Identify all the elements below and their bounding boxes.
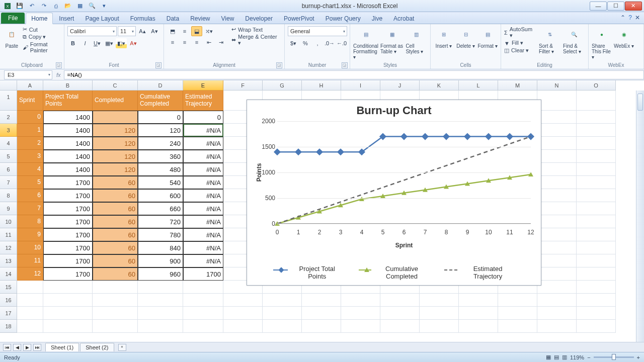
cell-O10[interactable]: [577, 215, 616, 228]
shrink-font-button[interactable]: A▾: [149, 26, 160, 36]
cell-I16[interactable]: [341, 294, 380, 307]
col-header-K[interactable]: K: [420, 80, 459, 90]
cell-C5[interactable]: 120: [93, 150, 138, 163]
cell-C6[interactable]: 120: [93, 163, 138, 176]
cell-D4[interactable]: 240: [138, 137, 183, 150]
tab-insert[interactable]: Insert: [54, 13, 79, 24]
qat-redo-icon[interactable]: ↷: [38, 2, 49, 11]
qat-new-icon[interactable]: ▦: [74, 2, 86, 11]
qat-customize-icon[interactable]: ▾: [99, 2, 110, 11]
decrease-indent-button[interactable]: ⇤: [203, 37, 214, 47]
cell-B9[interactable]: 1700: [43, 202, 93, 215]
cell-A4[interactable]: 2: [17, 137, 43, 150]
cell-O8[interactable]: [577, 189, 616, 202]
tab-formulas[interactable]: Formulas: [125, 13, 160, 24]
cell-L17[interactable]: [459, 307, 498, 320]
sheet-nav-first[interactable]: ⏮: [3, 344, 11, 351]
cell-D16[interactable]: [138, 294, 183, 307]
cell-C17[interactable]: [93, 307, 138, 320]
row-header-7[interactable]: 7: [0, 176, 17, 189]
cell-N15[interactable]: [537, 281, 577, 294]
qat-open-icon[interactable]: 📂: [62, 2, 73, 11]
close-button[interactable]: ✕: [625, 2, 642, 11]
cell-A7[interactable]: 5: [17, 176, 43, 189]
number-launcher-icon[interactable]: ◲: [342, 62, 348, 68]
cell-B6[interactable]: 1400: [43, 163, 93, 176]
cell-D18[interactable]: [138, 320, 183, 333]
qat-preview-icon[interactable]: 🔍: [87, 2, 98, 11]
row-header-16[interactable]: 16: [0, 294, 17, 307]
autosum-button[interactable]: ΣAutoSum ▾: [504, 26, 537, 39]
accounting-button[interactable]: $▾: [288, 38, 299, 48]
cell-O1[interactable]: [577, 90, 616, 111]
format-as-table-button[interactable]: ▦Format as Table ▾: [380, 26, 404, 54]
cell-A2[interactable]: 0: [17, 111, 43, 124]
cell-I17[interactable]: [341, 307, 380, 320]
cell-C11[interactable]: 60: [93, 228, 138, 241]
cell-C13[interactable]: 60: [93, 254, 138, 267]
minimize-button[interactable]: —: [590, 2, 607, 11]
decrease-decimal-button[interactable]: ←.0: [336, 38, 347, 48]
cell-B12[interactable]: 1700: [43, 241, 93, 254]
percent-button[interactable]: %: [300, 38, 311, 48]
cell-N1[interactable]: [537, 90, 577, 111]
row-header-11[interactable]: 11: [0, 228, 17, 241]
align-middle-button[interactable]: ≡: [179, 26, 190, 36]
tab-developer[interactable]: Developer: [240, 13, 278, 24]
cell-D7[interactable]: 540: [138, 176, 183, 189]
cell-N8[interactable]: [537, 189, 577, 202]
cell-E6[interactable]: #N/A: [183, 163, 223, 176]
cell-N18[interactable]: [537, 320, 577, 333]
tab-page-layout[interactable]: Page Layout: [80, 13, 124, 24]
format-cells-button[interactable]: ▤Format ▾: [477, 26, 498, 49]
cell-N9[interactable]: [537, 202, 577, 215]
cell-O16[interactable]: [577, 294, 616, 307]
help-icon[interactable]: ?: [628, 14, 632, 21]
cell-N7[interactable]: [537, 176, 577, 189]
zoom-slider[interactable]: [594, 356, 634, 358]
font-name-combo[interactable]: Calibri: [67, 26, 117, 36]
font-size-combo[interactable]: 11: [118, 26, 136, 36]
col-header-M[interactable]: M: [498, 80, 537, 90]
tab-home[interactable]: Home: [26, 13, 53, 24]
fill-button[interactable]: ▼Fill ▾: [504, 40, 537, 46]
row-header-12[interactable]: 12: [0, 241, 17, 254]
file-tab[interactable]: File: [1, 13, 25, 24]
sheet-nav-last[interactable]: ⏭: [33, 344, 41, 351]
cell-D8[interactable]: 600: [138, 189, 183, 202]
view-layout-icon[interactable]: ▤: [554, 354, 559, 360]
cell-K16[interactable]: [420, 294, 459, 307]
cell-N6[interactable]: [537, 163, 577, 176]
cell-B8[interactable]: 1700: [43, 189, 93, 202]
align-bottom-button[interactable]: ⬓: [191, 26, 202, 36]
cell-D10[interactable]: 720: [138, 215, 183, 228]
cell-B15[interactable]: [43, 281, 93, 294]
cell-B14[interactable]: 1700: [43, 267, 93, 281]
maximize-button[interactable]: ☐: [607, 2, 624, 11]
cell-O6[interactable]: [577, 163, 616, 176]
cell-B1[interactable]: Project Total Points: [43, 90, 93, 111]
cell-A11[interactable]: 9: [17, 228, 43, 241]
cell-C10[interactable]: 60: [93, 215, 138, 228]
row-header-10[interactable]: 10: [0, 215, 17, 228]
cell-N4[interactable]: [537, 137, 577, 150]
cell-M18[interactable]: [498, 320, 537, 333]
bold-button[interactable]: B: [67, 38, 78, 48]
row-header-2[interactable]: 2: [0, 111, 17, 124]
cell-E17[interactable]: [183, 307, 223, 320]
col-header-F[interactable]: F: [223, 80, 263, 90]
view-normal-icon[interactable]: ▦: [546, 354, 551, 360]
find-select-button[interactable]: 🔍Find & Select ▾: [563, 26, 585, 54]
cell-E14[interactable]: 1700: [183, 267, 223, 281]
cell-G16[interactable]: [263, 294, 302, 307]
sheet-nav-next[interactable]: ▶: [23, 344, 31, 351]
name-box[interactable]: E3: [4, 70, 52, 79]
cell-E10[interactable]: #N/A: [183, 215, 223, 228]
col-header-H[interactable]: H: [302, 80, 341, 90]
cell-L18[interactable]: [459, 320, 498, 333]
cell-C12[interactable]: 60: [93, 241, 138, 254]
cell-G17[interactable]: [263, 307, 302, 320]
cell-E16[interactable]: [183, 294, 223, 307]
qat-print-icon[interactable]: ⎙: [50, 2, 61, 11]
qat-save-icon[interactable]: 💾: [14, 2, 25, 11]
